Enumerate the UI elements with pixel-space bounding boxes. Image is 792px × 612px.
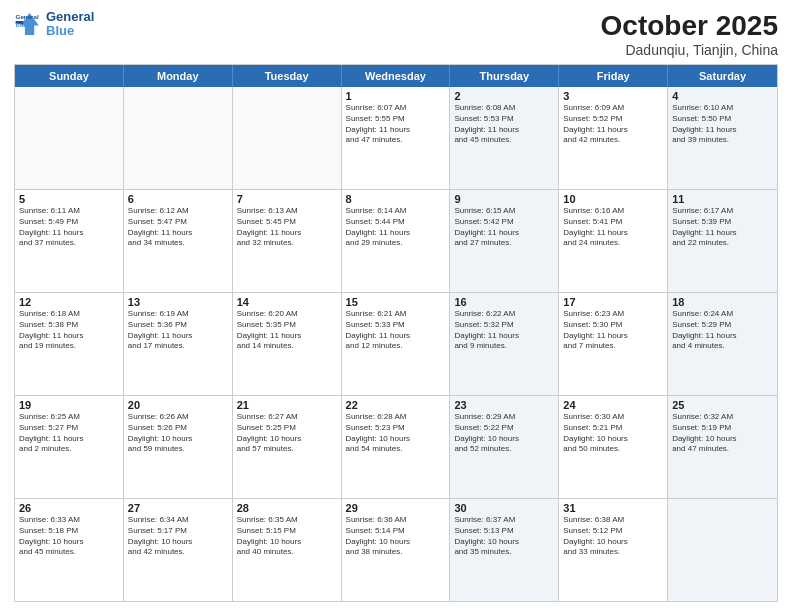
day-number: 2 (454, 90, 554, 102)
day-info: Sunrise: 6:22 AM Sunset: 5:32 PM Dayligh… (454, 309, 554, 352)
day-number: 30 (454, 502, 554, 514)
calendar-body: 1Sunrise: 6:07 AM Sunset: 5:55 PM Daylig… (15, 87, 777, 601)
day-info: Sunrise: 6:11 AM Sunset: 5:49 PM Dayligh… (19, 206, 119, 249)
day-info: Sunrise: 6:13 AM Sunset: 5:45 PM Dayligh… (237, 206, 337, 249)
calendar-cell: 20Sunrise: 6:26 AM Sunset: 5:26 PM Dayli… (124, 396, 233, 498)
weekday-header: Friday (559, 65, 668, 87)
calendar-cell: 1Sunrise: 6:07 AM Sunset: 5:55 PM Daylig… (342, 87, 451, 189)
day-info: Sunrise: 6:23 AM Sunset: 5:30 PM Dayligh… (563, 309, 663, 352)
calendar-cell (668, 499, 777, 601)
day-info: Sunrise: 6:07 AM Sunset: 5:55 PM Dayligh… (346, 103, 446, 146)
day-number: 12 (19, 296, 119, 308)
day-number: 29 (346, 502, 446, 514)
calendar-cell: 6Sunrise: 6:12 AM Sunset: 5:47 PM Daylig… (124, 190, 233, 292)
weekday-header: Monday (124, 65, 233, 87)
day-number: 18 (672, 296, 773, 308)
day-info: Sunrise: 6:19 AM Sunset: 5:36 PM Dayligh… (128, 309, 228, 352)
day-info: Sunrise: 6:18 AM Sunset: 5:38 PM Dayligh… (19, 309, 119, 352)
day-number: 26 (19, 502, 119, 514)
day-number: 8 (346, 193, 446, 205)
weekday-header: Wednesday (342, 65, 451, 87)
day-number: 21 (237, 399, 337, 411)
calendar-cell: 2Sunrise: 6:08 AM Sunset: 5:53 PM Daylig… (450, 87, 559, 189)
weekday-header: Saturday (668, 65, 777, 87)
calendar-cell: 19Sunrise: 6:25 AM Sunset: 5:27 PM Dayli… (15, 396, 124, 498)
calendar-cell (124, 87, 233, 189)
calendar-header: SundayMondayTuesdayWednesdayThursdayFrid… (15, 65, 777, 87)
calendar-cell: 29Sunrise: 6:36 AM Sunset: 5:14 PM Dayli… (342, 499, 451, 601)
calendar-cell: 31Sunrise: 6:38 AM Sunset: 5:12 PM Dayli… (559, 499, 668, 601)
day-number: 23 (454, 399, 554, 411)
calendar-cell: 12Sunrise: 6:18 AM Sunset: 5:38 PM Dayli… (15, 293, 124, 395)
day-number: 25 (672, 399, 773, 411)
calendar-cell (15, 87, 124, 189)
calendar-row: 26Sunrise: 6:33 AM Sunset: 5:18 PM Dayli… (15, 498, 777, 601)
calendar-cell: 30Sunrise: 6:37 AM Sunset: 5:13 PM Dayli… (450, 499, 559, 601)
day-info: Sunrise: 6:33 AM Sunset: 5:18 PM Dayligh… (19, 515, 119, 558)
calendar-cell: 16Sunrise: 6:22 AM Sunset: 5:32 PM Dayli… (450, 293, 559, 395)
day-number: 22 (346, 399, 446, 411)
day-info: Sunrise: 6:21 AM Sunset: 5:33 PM Dayligh… (346, 309, 446, 352)
day-info: Sunrise: 6:28 AM Sunset: 5:23 PM Dayligh… (346, 412, 446, 455)
day-info: Sunrise: 6:08 AM Sunset: 5:53 PM Dayligh… (454, 103, 554, 146)
day-number: 10 (563, 193, 663, 205)
day-number: 11 (672, 193, 773, 205)
calendar-cell: 26Sunrise: 6:33 AM Sunset: 5:18 PM Dayli… (15, 499, 124, 601)
day-info: Sunrise: 6:27 AM Sunset: 5:25 PM Dayligh… (237, 412, 337, 455)
calendar-cell: 8Sunrise: 6:14 AM Sunset: 5:44 PM Daylig… (342, 190, 451, 292)
calendar-cell: 22Sunrise: 6:28 AM Sunset: 5:23 PM Dayli… (342, 396, 451, 498)
day-info: Sunrise: 6:34 AM Sunset: 5:17 PM Dayligh… (128, 515, 228, 558)
calendar-cell: 7Sunrise: 6:13 AM Sunset: 5:45 PM Daylig… (233, 190, 342, 292)
day-number: 5 (19, 193, 119, 205)
day-number: 24 (563, 399, 663, 411)
day-number: 9 (454, 193, 554, 205)
day-info: Sunrise: 6:17 AM Sunset: 5:39 PM Dayligh… (672, 206, 773, 249)
calendar-cell: 25Sunrise: 6:32 AM Sunset: 5:19 PM Dayli… (668, 396, 777, 498)
calendar-cell (233, 87, 342, 189)
calendar-cell: 24Sunrise: 6:30 AM Sunset: 5:21 PM Dayli… (559, 396, 668, 498)
day-info: Sunrise: 6:25 AM Sunset: 5:27 PM Dayligh… (19, 412, 119, 455)
weekday-header: Sunday (15, 65, 124, 87)
day-info: Sunrise: 6:37 AM Sunset: 5:13 PM Dayligh… (454, 515, 554, 558)
page-container: General Blue General Blue October 2025 D… (0, 0, 792, 612)
location-subtitle: Dadunqiu, Tianjin, China (601, 42, 778, 58)
svg-text:General: General (16, 14, 39, 21)
day-number: 19 (19, 399, 119, 411)
day-number: 16 (454, 296, 554, 308)
day-info: Sunrise: 6:35 AM Sunset: 5:15 PM Dayligh… (237, 515, 337, 558)
day-number: 17 (563, 296, 663, 308)
logo: General Blue General Blue (14, 10, 94, 39)
day-number: 1 (346, 90, 446, 102)
calendar-cell: 18Sunrise: 6:24 AM Sunset: 5:29 PM Dayli… (668, 293, 777, 395)
day-number: 28 (237, 502, 337, 514)
calendar-row: 5Sunrise: 6:11 AM Sunset: 5:49 PM Daylig… (15, 189, 777, 292)
svg-text:Blue: Blue (16, 21, 30, 28)
day-number: 7 (237, 193, 337, 205)
calendar-cell: 3Sunrise: 6:09 AM Sunset: 5:52 PM Daylig… (559, 87, 668, 189)
calendar-cell: 11Sunrise: 6:17 AM Sunset: 5:39 PM Dayli… (668, 190, 777, 292)
day-number: 3 (563, 90, 663, 102)
calendar-row: 12Sunrise: 6:18 AM Sunset: 5:38 PM Dayli… (15, 292, 777, 395)
calendar-cell: 17Sunrise: 6:23 AM Sunset: 5:30 PM Dayli… (559, 293, 668, 395)
calendar-cell: 10Sunrise: 6:16 AM Sunset: 5:41 PM Dayli… (559, 190, 668, 292)
calendar-cell: 23Sunrise: 6:29 AM Sunset: 5:22 PM Dayli… (450, 396, 559, 498)
calendar-cell: 15Sunrise: 6:21 AM Sunset: 5:33 PM Dayli… (342, 293, 451, 395)
month-title: October 2025 (601, 10, 778, 42)
day-info: Sunrise: 6:29 AM Sunset: 5:22 PM Dayligh… (454, 412, 554, 455)
header: General Blue General Blue October 2025 D… (14, 10, 778, 58)
weekday-header: Tuesday (233, 65, 342, 87)
day-info: Sunrise: 6:10 AM Sunset: 5:50 PM Dayligh… (672, 103, 773, 146)
logo-line1: General (46, 10, 94, 24)
day-info: Sunrise: 6:24 AM Sunset: 5:29 PM Dayligh… (672, 309, 773, 352)
day-info: Sunrise: 6:12 AM Sunset: 5:47 PM Dayligh… (128, 206, 228, 249)
calendar: SundayMondayTuesdayWednesdayThursdayFrid… (14, 64, 778, 602)
day-info: Sunrise: 6:30 AM Sunset: 5:21 PM Dayligh… (563, 412, 663, 455)
logo-line2: Blue (46, 24, 94, 38)
day-number: 14 (237, 296, 337, 308)
calendar-row: 19Sunrise: 6:25 AM Sunset: 5:27 PM Dayli… (15, 395, 777, 498)
day-number: 15 (346, 296, 446, 308)
day-info: Sunrise: 6:20 AM Sunset: 5:35 PM Dayligh… (237, 309, 337, 352)
day-number: 6 (128, 193, 228, 205)
day-info: Sunrise: 6:38 AM Sunset: 5:12 PM Dayligh… (563, 515, 663, 558)
calendar-row: 1Sunrise: 6:07 AM Sunset: 5:55 PM Daylig… (15, 87, 777, 189)
